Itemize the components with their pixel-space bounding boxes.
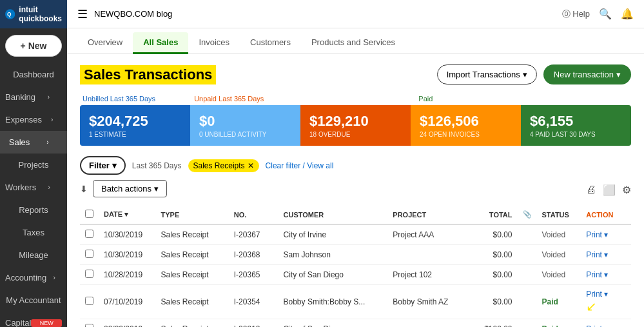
sidebar-item-dashboard[interactable]: Dashboard bbox=[0, 63, 67, 86]
print-button[interactable]: Print ▾ bbox=[586, 230, 608, 239]
table-row: 10/30/2019 Sales Receipt I-20368 Sam Joh… bbox=[80, 245, 631, 265]
row-checkbox[interactable] bbox=[85, 230, 93, 238]
cell-type: Sales Receipt bbox=[156, 245, 229, 265]
import-transactions-label: Import Transactions bbox=[447, 70, 520, 79]
sidebar-item-capital[interactable]: Capital NEW bbox=[0, 312, 67, 327]
new-transaction-button[interactable]: New transaction ▾ bbox=[543, 64, 631, 84]
col-header-type: TYPE bbox=[156, 205, 229, 224]
filter-tag-close-icon[interactable]: ✕ bbox=[248, 161, 254, 170]
row-checkbox[interactable] bbox=[85, 324, 93, 327]
tab-overview[interactable]: Overview bbox=[77, 32, 133, 54]
sidebar-item-sales[interactable]: Sales › bbox=[0, 131, 67, 154]
sidebar-item-label: Reports bbox=[5, 205, 62, 215]
print-button[interactable]: Print ▾ bbox=[586, 250, 608, 259]
col-header-date[interactable]: DATE ▾ bbox=[99, 205, 156, 224]
sidebar-item-label: Mileage bbox=[5, 250, 62, 260]
sidebar-item-workers[interactable]: Workers › bbox=[0, 176, 67, 199]
sidebar-item-expenses[interactable]: Expenses › bbox=[0, 108, 67, 131]
stats-row: $204,725 1 ESTIMATE $0 0 UNBILLED ACTIVI… bbox=[80, 105, 631, 146]
content-area: Sales Transactions Import Transactions ▾… bbox=[67, 54, 644, 327]
cell-no: I-20368 bbox=[229, 245, 278, 265]
cell-total: $100.00 bbox=[473, 319, 518, 328]
cell-no: I-20365 bbox=[229, 265, 278, 285]
stat-unbilled[interactable]: $0 0 UNBILLED ACTIVITY bbox=[190, 105, 300, 146]
settings-icon[interactable]: ⚙ bbox=[622, 184, 631, 196]
sort-icon[interactable]: ⬇ bbox=[80, 184, 88, 194]
new-button[interactable]: + New bbox=[5, 35, 62, 57]
chevron-right-icon: › bbox=[35, 94, 62, 101]
batch-dropdown-icon: ▾ bbox=[154, 184, 159, 193]
notification-bell-icon[interactable]: 🔔 bbox=[621, 8, 634, 20]
cell-type: Sales Receipt bbox=[156, 285, 229, 319]
sidebar-item-projects[interactable]: Projects bbox=[0, 154, 67, 176]
help-icon[interactable]: ⓪ Help bbox=[562, 8, 590, 20]
import-transactions-button[interactable]: Import Transactions ▾ bbox=[437, 64, 537, 84]
cell-type: Sales Receipt bbox=[156, 224, 229, 245]
cell-type: Sales Receipt bbox=[156, 265, 229, 285]
filter-date-range: Last 365 Days bbox=[132, 161, 182, 170]
topbar-left: ☰ NEWQBO.COM blog bbox=[77, 7, 172, 21]
select-all-checkbox[interactable] bbox=[85, 210, 93, 218]
print-button[interactable]: Print ▾ bbox=[586, 290, 608, 299]
sidebar-item-mileage[interactable]: Mileage bbox=[0, 244, 67, 266]
batch-actions-button[interactable]: Batch actions ▾ bbox=[93, 180, 167, 197]
cell-customer: Sam Johnson bbox=[278, 245, 388, 265]
cell-total: $0.00 bbox=[473, 285, 518, 319]
tab-products-and-services[interactable]: Products and Services bbox=[301, 32, 405, 54]
header-actions: Import Transactions ▾ New transaction ▾ bbox=[437, 64, 631, 84]
print-icon[interactable]: 🖨 bbox=[586, 184, 596, 196]
filter-tag-sales-receipts[interactable]: Sales Receipts ✕ bbox=[188, 159, 259, 172]
chevron-right-icon: › bbox=[42, 116, 62, 123]
print-button[interactable]: Print ▾ bbox=[586, 270, 608, 279]
chevron-right-icon: › bbox=[46, 274, 62, 281]
filter-label: Filter bbox=[89, 161, 110, 170]
cell-project bbox=[387, 319, 473, 328]
cell-no: I-20313 bbox=[229, 319, 278, 328]
stat-paid[interactable]: $6,155 4 PAID LAST 30 DAYS bbox=[521, 105, 631, 146]
stat-open-invoices[interactable]: $126,506 24 OPEN INVOICES bbox=[411, 105, 521, 146]
filter-button[interactable]: Filter ▾ bbox=[80, 156, 126, 175]
sidebar-item-banking[interactable]: Banking › bbox=[0, 86, 67, 108]
stat-sub: 1 ESTIMATE bbox=[89, 131, 181, 138]
topbar-right: ⓪ Help 🔍 🔔 bbox=[562, 8, 634, 20]
sidebar-item-accounting[interactable]: Accounting › bbox=[0, 266, 67, 289]
cell-action: Print ▾ bbox=[581, 265, 631, 285]
logo: Q intuitquickbooks bbox=[0, 0, 67, 28]
cell-type: Sales Receipt bbox=[156, 319, 229, 328]
tab-customers[interactable]: Customers bbox=[240, 32, 301, 54]
sidebar-item-label: My Accountant bbox=[5, 295, 62, 305]
hamburger-icon[interactable]: ☰ bbox=[77, 7, 88, 21]
tab-invoices[interactable]: Invoices bbox=[188, 32, 240, 54]
col-header-status: STATUS bbox=[537, 205, 581, 224]
new-transaction-label: New transaction bbox=[554, 70, 614, 79]
print-button[interactable]: Print ▾ bbox=[586, 324, 608, 327]
sidebar-item-my-accountant[interactable]: My Accountant bbox=[0, 289, 67, 312]
new-badge: NEW bbox=[31, 319, 62, 327]
sidebar-item-label: Banking bbox=[5, 92, 35, 102]
page-header: Sales Transactions Import Transactions ▾… bbox=[80, 64, 631, 84]
cell-no: I-20354 bbox=[229, 285, 278, 319]
col-header-no: NO. bbox=[229, 205, 278, 224]
col-header-attach: 📎 bbox=[518, 205, 537, 224]
stat-value: $6,155 bbox=[530, 113, 622, 130]
stat-sub: 0 UNBILLED ACTIVITY bbox=[199, 131, 291, 138]
stat-estimate[interactable]: $204,725 1 ESTIMATE bbox=[80, 105, 190, 146]
stat-value: $129,210 bbox=[309, 113, 402, 130]
tab-all-sales[interactable]: All Sales bbox=[133, 32, 188, 54]
sidebar-item-reports[interactable]: Reports bbox=[0, 199, 67, 221]
stat-overdue[interactable]: $129,210 18 OVERDUE bbox=[300, 105, 411, 146]
cell-project: Project AAA bbox=[387, 224, 473, 245]
clear-filter-link[interactable]: Clear filter / View all bbox=[266, 161, 334, 170]
search-icon[interactable]: 🔍 bbox=[599, 8, 612, 20]
cell-total: $0.00 bbox=[473, 224, 518, 245]
col-header-action: ACTION bbox=[581, 205, 631, 224]
row-checkbox[interactable] bbox=[85, 297, 93, 305]
table-row: 10/28/2019 Sales Receipt I-20365 City of… bbox=[80, 265, 631, 285]
row-checkbox[interactable] bbox=[85, 270, 93, 278]
export-icon[interactable]: ⬜ bbox=[603, 184, 616, 196]
row-checkbox[interactable] bbox=[85, 250, 93, 258]
table-row: 10/30/2019 Sales Receipt I-20367 City of… bbox=[80, 224, 631, 245]
sidebar-item-taxes[interactable]: Taxes bbox=[0, 221, 67, 244]
cell-status: Paid bbox=[537, 285, 581, 319]
cell-attach bbox=[518, 245, 537, 265]
